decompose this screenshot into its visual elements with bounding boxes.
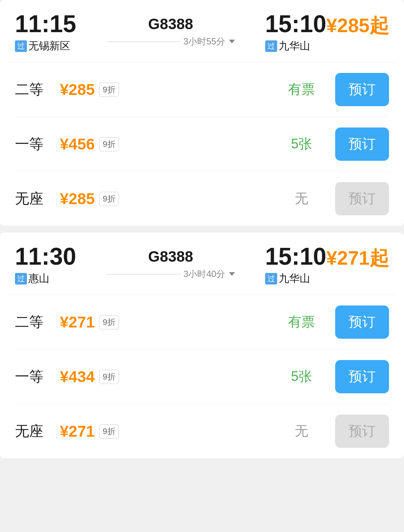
seat-row-1: 二等 ¥271 9折 有票 预订 bbox=[15, 295, 389, 350]
arrive-station-name: 九华山 bbox=[279, 271, 310, 286]
seat-class: 二等 bbox=[15, 313, 60, 332]
arrive-tag: 过 bbox=[265, 273, 277, 285]
train-number: G8388 bbox=[148, 16, 193, 33]
train-card-1: 11:15 过 无锡新区 G8388 3小时55分 15:10 过 九华山 bbox=[0, 0, 404, 226]
seat-row-2: 一等 ¥456 9折 5张 预订 bbox=[15, 117, 389, 172]
seat-availability: 无 bbox=[268, 190, 335, 208]
seat-price-num: ¥271 bbox=[60, 422, 95, 440]
seat-price-num: ¥434 bbox=[60, 368, 95, 386]
arrive-station-name: 九华山 bbox=[279, 39, 310, 53]
duration-row[interactable]: 3小时40分 bbox=[106, 268, 235, 280]
seat-price-num: ¥456 bbox=[60, 135, 95, 153]
seat-class: 无座 bbox=[15, 189, 60, 208]
chevron-down-icon bbox=[229, 272, 235, 276]
seat-price-area: ¥434 9折 bbox=[60, 368, 268, 386]
seat-availability: 5张 bbox=[268, 368, 335, 386]
min-price: ¥271起 bbox=[326, 248, 389, 268]
train-middle: G8388 3小时55分 bbox=[76, 12, 265, 47]
seat-price-area: ¥456 9折 bbox=[60, 135, 268, 153]
depart-station-row: 过 无锡新区 bbox=[15, 39, 76, 53]
chevron-down-icon bbox=[229, 40, 235, 43]
book-button[interactable]: 预订 bbox=[335, 360, 389, 393]
seat-row-3: 无座 ¥285 9折 无 预订 bbox=[15, 172, 389, 226]
duration-row[interactable]: 3小时55分 bbox=[106, 36, 235, 47]
seat-rows: 二等 ¥271 9折 有票 预订 一等 ¥434 9折 5张 预订 无座 ¥27… bbox=[0, 295, 404, 458]
seat-class: 无座 bbox=[15, 422, 60, 441]
arrive-time: 15:10 bbox=[265, 12, 327, 36]
seat-price-num: ¥271 bbox=[60, 313, 95, 331]
train-number: G8388 bbox=[148, 248, 193, 265]
price-block: ¥271起 bbox=[326, 245, 389, 268]
seat-rows: 二等 ¥285 9折 有票 预订 一等 ¥456 9折 5张 预订 无座 ¥28… bbox=[0, 62, 404, 226]
seat-price-area: ¥285 9折 bbox=[60, 190, 268, 208]
arrive-tag: 过 bbox=[265, 40, 277, 52]
duration-text: 3小时40分 bbox=[183, 268, 225, 280]
seat-price-num: ¥285 bbox=[60, 81, 95, 99]
arrive-station-row: 过 九华山 bbox=[265, 39, 327, 53]
duration-line bbox=[106, 41, 181, 42]
duration-line bbox=[106, 274, 181, 274]
depart-station-row: 过 惠山 bbox=[15, 271, 76, 286]
depart-tag: 过 bbox=[15, 273, 27, 285]
train-header: 11:15 过 无锡新区 G8388 3小时55分 15:10 过 九华山 bbox=[0, 0, 404, 62]
discount-badge: 9折 bbox=[99, 370, 119, 384]
discount-badge: 9折 bbox=[99, 424, 119, 439]
train-middle: G8388 3小时40分 bbox=[76, 245, 265, 280]
depart-time: 11:30 bbox=[15, 245, 76, 268]
book-button[interactable]: 预订 bbox=[335, 305, 389, 339]
train-header: 11:30 过 惠山 G8388 3小时40分 15:10 过 九华山 bbox=[0, 233, 404, 295]
seat-price-area: ¥285 9折 bbox=[60, 81, 268, 99]
seat-class: 一等 bbox=[15, 135, 60, 154]
arrive-time: 15:10 bbox=[265, 245, 327, 268]
seat-row-2: 一等 ¥434 9折 5张 预订 bbox=[15, 350, 389, 404]
discount-badge: 9折 bbox=[99, 315, 119, 329]
seat-availability: 无 bbox=[268, 422, 335, 440]
seat-availability: 5张 bbox=[268, 135, 335, 153]
arrive-block: 15:10 过 九华山 bbox=[265, 245, 327, 286]
discount-badge: 9折 bbox=[99, 192, 119, 206]
discount-badge: 9折 bbox=[99, 83, 119, 97]
min-price: ¥285起 bbox=[326, 16, 389, 35]
depart-tag: 过 bbox=[15, 40, 27, 52]
arrive-station-row: 过 九华山 bbox=[265, 271, 327, 286]
discount-badge: 9折 bbox=[99, 137, 119, 151]
seat-price-num: ¥285 bbox=[60, 190, 95, 208]
book-button[interactable]: 预订 bbox=[335, 127, 389, 161]
seat-class: 一等 bbox=[15, 367, 60, 386]
seat-class: 二等 bbox=[15, 80, 60, 99]
book-button: 预订 bbox=[335, 415, 389, 448]
seat-availability: 有票 bbox=[268, 80, 335, 99]
depart-block: 11:30 过 惠山 bbox=[15, 245, 76, 286]
price-block: ¥285起 bbox=[326, 12, 389, 35]
train-card-2: 11:30 过 惠山 G8388 3小时40分 15:10 过 九华山 bbox=[0, 233, 404, 458]
seat-price-area: ¥271 9折 bbox=[60, 422, 268, 440]
seat-row-1: 二等 ¥285 9折 有票 预订 bbox=[15, 62, 389, 117]
seat-availability: 有票 bbox=[268, 313, 335, 331]
depart-station-name: 惠山 bbox=[28, 271, 49, 286]
arrive-block: 15:10 过 九华山 bbox=[265, 12, 327, 53]
book-button[interactable]: 预订 bbox=[335, 73, 389, 106]
duration-text: 3小时55分 bbox=[183, 36, 225, 47]
seat-row-3: 无座 ¥271 9折 无 预订 bbox=[15, 404, 389, 458]
seat-price-area: ¥271 9折 bbox=[60, 313, 268, 331]
depart-block: 11:15 过 无锡新区 bbox=[15, 12, 76, 53]
depart-time: 11:15 bbox=[15, 12, 76, 36]
book-button: 预订 bbox=[335, 182, 389, 215]
depart-station-name: 无锡新区 bbox=[28, 39, 70, 53]
